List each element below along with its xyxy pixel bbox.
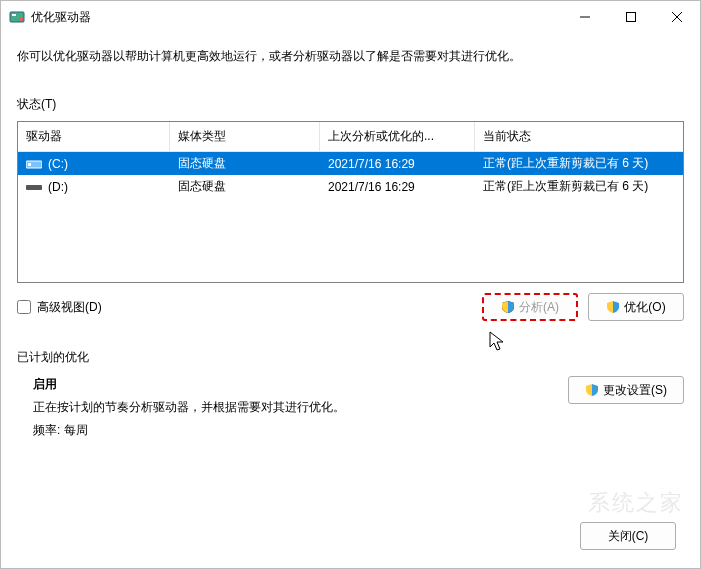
svg-rect-1 — [12, 14, 16, 16]
schedule-frequency: 频率: 每周 — [33, 422, 345, 439]
svg-rect-8 — [28, 163, 31, 166]
drive-name: (C:) — [48, 157, 68, 171]
watermark: 系统之家 — [588, 488, 684, 518]
advanced-view-checkbox[interactable]: 高级视图(D) — [17, 299, 102, 316]
table-row[interactable]: (C:) 固态硬盘 2021/7/16 16:29 正常(距上次重新剪裁已有 6… — [18, 152, 683, 175]
app-icon — [9, 9, 25, 25]
change-settings-label: 更改设置(S) — [603, 382, 667, 399]
column-last[interactable]: 上次分析或优化的... — [320, 122, 475, 151]
drive-icon — [26, 158, 42, 170]
titlebar: 优化驱动器 — [1, 1, 700, 33]
scheduled-title: 已计划的优化 — [17, 349, 684, 366]
content-area: 你可以优化驱动器以帮助计算机更高效地运行，或者分析驱动器以了解是否需要对其进行优… — [1, 33, 700, 455]
advanced-view-input[interactable] — [17, 300, 31, 314]
advanced-view-label: 高级视图(D) — [37, 299, 102, 316]
svg-rect-9 — [26, 185, 42, 190]
analyze-button[interactable]: 分析(A) — [482, 293, 578, 321]
close-window-button[interactable] — [654, 1, 700, 33]
column-drive[interactable]: 驱动器 — [18, 122, 170, 151]
minimize-button[interactable] — [562, 1, 608, 33]
svg-point-2 — [19, 17, 23, 21]
drive-list: 驱动器 媒体类型 上次分析或优化的... 当前状态 (C:) 固态硬盘 2021… — [17, 121, 684, 283]
media-type: 固态硬盘 — [170, 175, 320, 198]
analyze-label: 分析(A) — [519, 299, 559, 316]
table-row[interactable]: (D:) 固态硬盘 2021/7/16 16:29 正常(距上次重新剪裁已有 6… — [18, 175, 683, 198]
optimize-label: 优化(O) — [624, 299, 665, 316]
last-run: 2021/7/16 16:29 — [320, 177, 475, 197]
close-label: 关闭(C) — [608, 528, 649, 545]
window-title: 优化驱动器 — [31, 9, 562, 26]
svg-rect-4 — [627, 13, 636, 22]
schedule-desc: 正在按计划的节奏分析驱动器，并根据需要对其进行优化。 — [33, 399, 345, 416]
last-run: 2021/7/16 16:29 — [320, 154, 475, 174]
drive-icon — [26, 181, 42, 193]
maximize-button[interactable] — [608, 1, 654, 33]
status-section-label: 状态(T) — [17, 96, 684, 113]
column-status[interactable]: 当前状态 — [475, 122, 683, 151]
media-type: 固态硬盘 — [170, 152, 320, 175]
shield-icon — [501, 300, 515, 314]
schedule-heading: 启用 — [33, 376, 345, 393]
column-media[interactable]: 媒体类型 — [170, 122, 320, 151]
current-status: 正常(距上次重新剪裁已有 6 天) — [475, 175, 683, 198]
scheduled-section: 已计划的优化 启用 正在按计划的节奏分析驱动器，并根据需要对其进行优化。 频率:… — [17, 349, 684, 445]
bottom-bar: 关闭(C) — [580, 522, 676, 550]
shield-icon — [585, 383, 599, 397]
list-body: (C:) 固态硬盘 2021/7/16 16:29 正常(距上次重新剪裁已有 6… — [18, 152, 683, 282]
description-text: 你可以优化驱动器以帮助计算机更高效地运行，或者分析驱动器以了解是否需要对其进行优… — [17, 47, 684, 66]
current-status: 正常(距上次重新剪裁已有 6 天) — [475, 152, 683, 175]
optimize-button[interactable]: 优化(O) — [588, 293, 684, 321]
list-header: 驱动器 媒体类型 上次分析或优化的... 当前状态 — [18, 122, 683, 152]
list-controls: 高级视图(D) 分析(A) 优化(O) — [17, 293, 684, 321]
close-button[interactable]: 关闭(C) — [580, 522, 676, 550]
drive-name: (D:) — [48, 180, 68, 194]
change-settings-button[interactable]: 更改设置(S) — [568, 376, 684, 404]
shield-icon — [606, 300, 620, 314]
